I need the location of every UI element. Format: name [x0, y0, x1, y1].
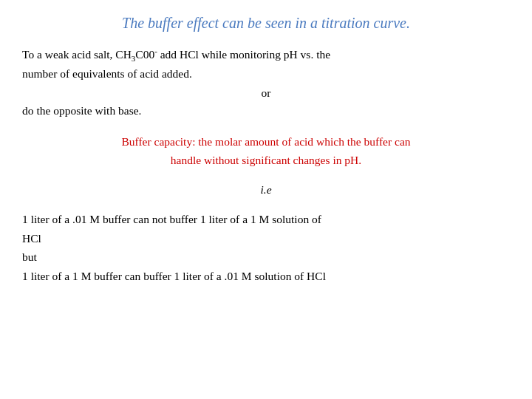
- buffer-capacity-line2: handle without significant changes in pH…: [171, 154, 361, 166]
- intro-line1-text: To a weak acid salt, CH: [22, 48, 132, 61]
- buffer-capacity-line1: Buffer capacity: the molar amount of aci…: [121, 135, 410, 148]
- or-line: or: [22, 84, 510, 102]
- page: The buffer effect can be seen in a titra…: [0, 0, 532, 399]
- opposite-line: do the opposite with base.: [22, 102, 510, 120]
- example-line1: 1 liter of a .01 M buffer can not buffer…: [22, 213, 321, 225]
- page-title: The buffer effect can be seen in a titra…: [22, 15, 510, 32]
- example-line4: 1 liter of a 1 M buffer can buffer 1 lit…: [22, 270, 326, 282]
- ie-label: i.e: [22, 183, 510, 197]
- example-paragraph: 1 liter of a .01 M buffer can not buffer…: [22, 210, 510, 285]
- intro-line2: number of equivalents of acid added.: [22, 67, 192, 80]
- buffer-capacity-text: Buffer capacity: the molar amount of aci…: [44, 133, 488, 170]
- example-line2: HCl: [22, 232, 41, 245]
- example-line3: but: [22, 250, 37, 263]
- intro-line1b: C00: [135, 48, 154, 61]
- intro-paragraph: To a weak acid salt, CH3C00- add HCl whi…: [22, 45, 510, 83]
- intro-line1c: add HCl while monitoring pH vs. the: [157, 48, 330, 61]
